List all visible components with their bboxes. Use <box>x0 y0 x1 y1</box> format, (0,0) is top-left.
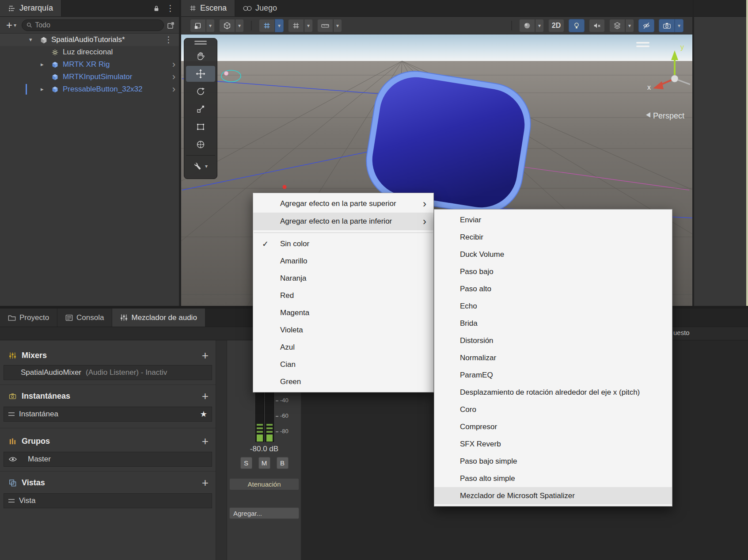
foldout-closed-icon[interactable]: ▸ <box>41 58 44 71</box>
grid-visibility-button[interactable] <box>288 19 304 32</box>
2d-mode-button[interactable]: 2D <box>548 19 564 32</box>
scene-effects-button[interactable] <box>609 19 625 32</box>
submenu-item-microsoft-spatializer-mixer[interactable]: Mezclador de Microsoft Spatializer <box>434 487 672 504</box>
add-view-button[interactable]: + <box>199 477 211 488</box>
submenu-item-normalize[interactable]: Normalizar <box>434 349 672 366</box>
snapshot-row[interactable]: Instantánea ★ <box>4 407 212 422</box>
menu-item-color-orange[interactable]: Naranja <box>253 270 433 287</box>
add-group-button[interactable]: + <box>199 435 211 447</box>
add-effect-button[interactable]: Agregar... <box>229 507 299 519</box>
scene-audio-button[interactable] <box>589 19 605 32</box>
snap-increment-button[interactable] <box>317 19 333 32</box>
submenu-item-highpass-simple[interactable]: Paso alto simple <box>434 470 672 487</box>
submenu-item-parameq[interactable]: ParamEQ <box>434 366 672 384</box>
bypass-button[interactable]: B <box>277 457 289 469</box>
tab-console[interactable]: Consola <box>57 309 112 327</box>
hierarchy-item-mrtk-input-simulator[interactable]: MRTKInputSimulator › <box>0 71 179 83</box>
menu-item-color-cyan[interactable]: Cian <box>253 356 433 373</box>
gizmo-center[interactable] <box>671 75 678 82</box>
menu-item-color-none[interactable]: ✓ Sin color <box>253 235 433 252</box>
transform-tool-button[interactable] <box>186 137 215 152</box>
submenu-item-pitch-shifter[interactable]: Desplazamiento de rotación alrededor del… <box>434 384 672 401</box>
tab-scene[interactable]: Escena <box>181 0 235 16</box>
add-mixer-button[interactable]: + <box>199 350 211 361</box>
scene-effects-caret[interactable]: ▾ <box>625 19 634 32</box>
menu-item-color-magenta[interactable]: Magenta <box>253 304 433 321</box>
open-prefab-icon[interactable]: › <box>172 71 175 83</box>
foldout-closed-icon[interactable]: ▸ <box>41 83 44 95</box>
hierarchy-search[interactable] <box>22 19 164 31</box>
hierarchy-item-pressable-button[interactable]: ▸ PressableButton_32x32 › <box>0 83 179 95</box>
scene-visibility-button[interactable] <box>638 19 654 32</box>
add-object-button[interactable]: + ▾ <box>4 19 19 31</box>
star-icon[interactable]: ★ <box>200 409 207 419</box>
projection-label[interactable]: Perspect <box>653 111 684 120</box>
submenu-item-duck-volume[interactable]: Duck Volume <box>434 246 672 263</box>
view-hand-tool-button[interactable] <box>186 48 215 64</box>
rect-tool-button[interactable] <box>186 119 215 135</box>
menu-item-color-red[interactable]: Red <box>253 287 433 304</box>
submenu-item-chorus[interactable]: Coro <box>434 401 672 418</box>
menu-item-color-green[interactable]: Green <box>253 373 433 390</box>
submenu-item-sfx-reverb[interactable]: SFX Reverb <box>434 435 672 453</box>
tab-project[interactable]: Proyecto <box>0 309 57 327</box>
scene-camera-caret[interactable]: ▾ <box>675 19 683 32</box>
open-prefab-icon[interactable]: › <box>172 83 175 95</box>
scene-camera-button[interactable] <box>659 19 675 32</box>
shading-mode-caret[interactable]: ▾ <box>535 19 544 32</box>
solo-button[interactable]: S <box>240 457 252 469</box>
view-row[interactable]: Vista <box>4 493 212 508</box>
group-row-master[interactable]: Master <box>4 452 212 467</box>
pick-window-icon[interactable] <box>167 21 175 30</box>
menu-item-color-violet[interactable]: Violeta <box>253 321 433 339</box>
tool-settings-button[interactable] <box>190 19 206 32</box>
move-tool-button[interactable] <box>186 66 215 82</box>
submenu-item-lowpass-simple[interactable]: Paso bajo simple <box>434 453 672 470</box>
scale-tool-button[interactable] <box>186 101 215 117</box>
submenu-item-receive[interactable]: Recibir <box>434 229 672 246</box>
submenu-item-lowpass[interactable]: Paso bajo <box>434 263 672 280</box>
tab-game[interactable]: Juego <box>235 0 285 16</box>
custom-tools-button[interactable]: ▾ <box>186 158 215 174</box>
volume-db-value[interactable]: -80.0 dB <box>227 445 301 453</box>
overlay-drag-handle[interactable] <box>184 38 217 46</box>
exposed-parameters-partial-label[interactable]: uesto <box>673 329 690 336</box>
shading-mode-button[interactable] <box>519 19 535 32</box>
menu-item-color-blue[interactable]: Azul <box>253 339 433 356</box>
grid-snap-caret[interactable]: ▾ <box>275 19 284 32</box>
submenu-item-compressor[interactable]: Compresor <box>434 418 672 435</box>
grid-snap-button[interactable] <box>259 19 275 32</box>
scene-lighting-button[interactable] <box>569 19 585 32</box>
grid-visibility-caret[interactable]: ▾ <box>304 19 313 32</box>
scene-kebab-icon[interactable]: ⋮ <box>164 34 173 46</box>
tab-hierarchy[interactable]: Jerarquía <box>0 0 61 16</box>
eye-icon[interactable] <box>8 456 17 462</box>
mute-button[interactable]: M <box>258 457 270 469</box>
hierarchy-item-directional-light[interactable]: Luz direccional <box>0 46 179 58</box>
pivot-orientation-caret[interactable]: ▾ <box>235 19 244 32</box>
hierarchy-kebab-icon[interactable]: ⋮ <box>166 4 175 12</box>
snap-increment-caret[interactable]: ▾ <box>333 19 342 32</box>
hierarchy-scene-row[interactable]: ▾ SpatialAudioTutorials* ⋮ <box>0 34 179 46</box>
submenu-item-highpass[interactable]: Paso alto <box>434 280 672 297</box>
tool-settings-caret[interactable]: ▾ <box>206 19 215 32</box>
hierarchy-item-mrtk-xr-rig[interactable]: ▸ MRTK XR Rig › <box>0 58 179 71</box>
submenu-item-send[interactable]: Enviar <box>434 211 672 229</box>
mixer-row-spatialaudiomixer[interactable]: SpatialAudioMixer (Audio Listener) - Ina… <box>4 365 212 380</box>
submenu-item-echo[interactable]: Echo <box>434 297 672 315</box>
add-snapshot-button[interactable]: + <box>199 390 211 402</box>
attenuation-effect-slot[interactable]: Atenuación <box>229 478 299 490</box>
lock-icon[interactable] <box>153 5 160 12</box>
drag-handle-icon[interactable] <box>8 499 15 503</box>
open-prefab-icon[interactable]: › <box>172 58 175 71</box>
foldout-open-icon[interactable]: ▾ <box>29 34 32 46</box>
drag-handle-icon[interactable] <box>8 412 15 416</box>
rotate-tool-button[interactable] <box>186 84 215 99</box>
submenu-item-flange[interactable]: Brida <box>434 315 672 332</box>
hierarchy-search-input[interactable] <box>35 21 159 29</box>
menu-item-color-yellow[interactable]: Amarillo <box>253 252 433 270</box>
menu-item-add-effect-bottom[interactable]: Agregar efecto en la parte inferior › <box>253 213 433 230</box>
submenu-item-distortion[interactable]: Distorsión <box>434 332 672 349</box>
pivot-orientation-button[interactable] <box>219 19 235 32</box>
menu-item-add-effect-top[interactable]: Agregar efecto en la parte superior › <box>253 195 433 213</box>
